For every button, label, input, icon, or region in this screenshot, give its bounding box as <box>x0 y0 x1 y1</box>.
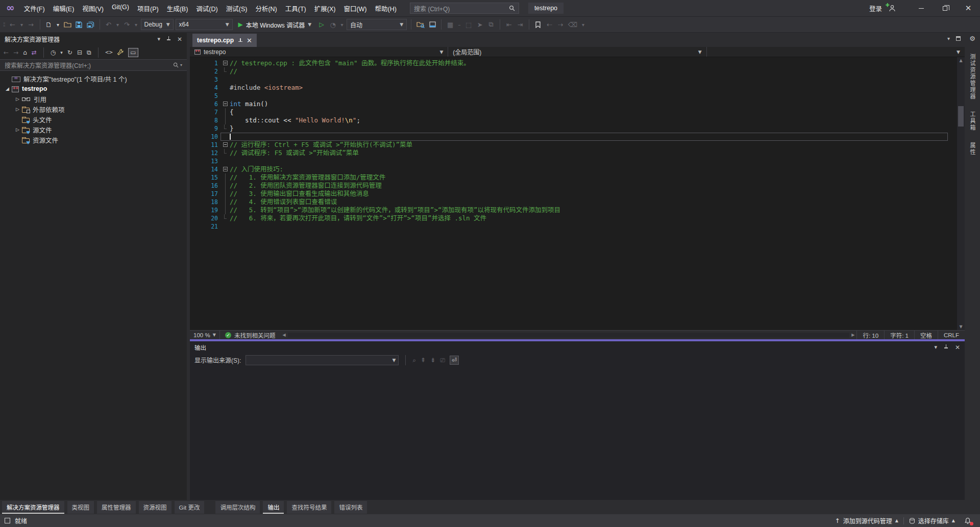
menu-item-project[interactable]: 项目(P) <box>133 1 163 16</box>
menu-item-view[interactable]: 视图(V) <box>78 1 108 16</box>
code-editor[interactable]: 1// testrepo.cpp : 此文件包含 "main" 函数。程序执行将… <box>190 57 965 330</box>
code-line-18[interactable]: 18// 4. 使用错误列表窗口查看错误 <box>190 198 957 206</box>
notifications-button[interactable] <box>960 514 975 527</box>
tool-tab-find-symbol-results[interactable]: 查找符号结果 <box>287 501 331 514</box>
tree-item-solution[interactable]: 解决方案"testrepo"(1 个项目/共 1 个) <box>0 73 187 84</box>
split-window-icon[interactable] <box>956 36 961 41</box>
code-line-9[interactable]: 9} <box>190 124 957 133</box>
pin-tab-icon[interactable] <box>238 38 242 43</box>
scroll-right-icon[interactable]: ▶ <box>851 333 854 337</box>
expand-arrow-icon[interactable]: ▷ <box>13 107 22 112</box>
menu-item-file[interactable]: 文件(F) <box>20 1 49 16</box>
copy-parallel-icon[interactable]: ⧉ <box>486 19 496 30</box>
tree-item-references[interactable]: ▷引用 <box>0 94 187 104</box>
tree-item-external-dependencies[interactable]: ▷外部依赖项 <box>0 104 187 114</box>
nav-scope-dropdown[interactable]: (全局范围) ▼ <box>448 47 706 57</box>
expand-arrow-icon[interactable]: ◢ <box>3 86 12 91</box>
fold-collapse-icon[interactable] <box>223 102 228 106</box>
goto-next-message-icon[interactable]: ⇟ <box>430 357 435 364</box>
start-debugging-button[interactable]: ▶ 本地 Windows 调试器 ▼ <box>235 19 315 30</box>
increase-indent-icon[interactable]: ⇥ <box>516 19 525 30</box>
pin-icon[interactable] <box>944 344 948 350</box>
expand-arrow-icon[interactable]: ▷ <box>13 127 22 132</box>
column-indicator[interactable]: 字符: 1 <box>884 331 914 339</box>
code-line-7[interactable]: 7{ <box>190 108 957 116</box>
solution-platform-dropdown[interactable]: x64▼ <box>176 19 233 30</box>
solution-configuration-dropdown[interactable]: Debug▼ <box>141 19 174 30</box>
menu-item-analyze[interactable]: 分析(N) <box>251 1 281 16</box>
autohide-tab-toolbox[interactable]: 工具箱 <box>968 111 976 131</box>
navigate-back-icon[interactable]: ← <box>8 19 17 30</box>
tool-tab-error-list[interactable]: 错误列表 <box>334 501 367 514</box>
line-indicator[interactable]: 行: 10 <box>856 331 884 339</box>
tool-tab-property-manager[interactable]: 属性管理器 <box>97 501 136 514</box>
account-icon[interactable]: ✚ <box>888 4 896 12</box>
toolbar-overflow-icon[interactable]: ▾ <box>580 19 585 30</box>
autohide-tab-properties[interactable]: 属性 <box>968 142 976 156</box>
code-line-17[interactable]: 17// 3. 使用输出窗口查看生成输出和其他消息 <box>190 190 957 198</box>
background-tasks-icon[interactable] <box>5 518 10 523</box>
redo-dropdown-icon[interactable]: ▾ <box>134 19 139 30</box>
close-icon[interactable]: ✕ <box>955 344 960 351</box>
scrollbar-thumb[interactable] <box>958 106 964 127</box>
menu-item-git[interactable]: Git(G) <box>108 1 133 16</box>
fold-collapse-icon[interactable] <box>223 167 228 171</box>
output-titlebar[interactable]: 输出 ▾ ✕ <box>190 341 965 353</box>
close-tab-icon[interactable]: ✕ <box>247 37 252 44</box>
selection-frame-icon[interactable]: ⬚ <box>464 19 473 30</box>
performance-profiler-icon[interactable]: ◔ <box>328 19 337 30</box>
sign-in-button[interactable]: 登录 <box>869 4 882 13</box>
code-line-10[interactable]: 10 <box>190 133 957 141</box>
select-repository-button[interactable]: 选择存储库 ▲ <box>904 514 960 527</box>
hscroll-track[interactable] <box>288 333 850 338</box>
menu-item-extensions[interactable]: 扩展(X) <box>310 1 340 16</box>
solution-explorer-search-input[interactable]: 搜索解决方案资源管理器(Ctrl+;) ▾ <box>0 59 187 71</box>
decrease-indent-icon[interactable]: ⇤ <box>504 19 513 30</box>
menu-item-edit[interactable]: 编辑(E) <box>49 1 79 16</box>
code-line-21[interactable]: 21 <box>190 222 957 231</box>
find-in-files-icon[interactable] <box>415 19 426 30</box>
toggle-bookmark-icon[interactable] <box>533 19 543 30</box>
save-all-icon[interactable] <box>86 19 95 30</box>
redo-icon[interactable]: ↷ <box>122 19 132 30</box>
expand-arrow-icon[interactable]: ▷ <box>13 96 22 102</box>
tree-item-header-files[interactable]: 头文件 <box>0 114 187 124</box>
pin-icon[interactable] <box>166 36 171 42</box>
tree-item-resource-files[interactable]: 资源文件 <box>0 135 187 145</box>
document-list-dropdown-icon[interactable]: ▾ <box>947 36 950 41</box>
output-content[interactable] <box>190 367 965 500</box>
sync-with-active-document-icon[interactable]: ⇄ <box>32 49 37 56</box>
menu-item-tools[interactable]: 工具(T) <box>281 1 310 16</box>
undo-icon[interactable]: ↶ <box>104 19 113 30</box>
search-options-dropdown-icon[interactable]: ▾ <box>180 63 182 67</box>
start-without-debugging-icon[interactable]: ▷ <box>317 19 326 30</box>
refresh-icon[interactable]: ↻ <box>67 49 72 56</box>
code-line-5[interactable]: 5 <box>190 92 957 100</box>
menu-item-help[interactable]: 帮助(H) <box>371 1 401 16</box>
tree-item-source-files[interactable]: ▷源文件 <box>0 124 187 135</box>
editor-horizontal-scrollbar[interactable]: ◀ ▶ <box>281 331 857 339</box>
menu-item-window[interactable]: 窗口(W) <box>339 1 371 16</box>
tool-tab-output[interactable]: 输出 <box>263 501 284 514</box>
autohide-tab-test-explorer[interactable]: 测试资源管理器 <box>968 54 976 100</box>
code-line-13[interactable]: 13 <box>190 157 957 165</box>
search-icon[interactable] <box>173 62 179 68</box>
pending-changes-filter-icon[interactable]: ◷ <box>51 49 56 56</box>
code-line-11[interactable]: 11// 运行程序: Ctrl + F5 或调试 >“开始执行(不调试)”菜单 <box>190 141 957 149</box>
search-icon[interactable] <box>509 5 515 11</box>
toggle-word-wrap-icon[interactable]: ⏎ <box>450 356 459 365</box>
profiler-dropdown-icon[interactable]: ▾ <box>339 19 345 30</box>
spaces-indicator[interactable]: 空格 <box>914 331 938 339</box>
nav-member-dropdown[interactable]: ▼ <box>707 47 965 57</box>
properties-wrench-icon[interactable] <box>117 49 124 56</box>
code-line-1[interactable]: 1// testrepo.cpp : 此文件包含 "main" 函数。程序执行将… <box>190 59 957 67</box>
fold-collapse-icon[interactable] <box>223 142 228 147</box>
scroll-down-icon[interactable]: ▼ <box>959 324 962 329</box>
code-line-19[interactable]: 19// 5. 转到“项目”>“添加新项”以创建新的代码文件，或转到“项目”>“… <box>190 206 957 214</box>
quick-search-input[interactable]: 搜索 (Ctrl+Q) <box>410 3 519 14</box>
nav-project-dropdown[interactable]: testrepo ▼ <box>190 47 448 57</box>
code-line-4[interactable]: 4#include <iostream> <box>190 84 957 92</box>
restore-button[interactable] <box>933 0 957 16</box>
zoom-level-dropdown[interactable]: 100 % ▼ <box>190 331 219 339</box>
cursor-icon[interactable]: ➤ <box>475 19 484 30</box>
